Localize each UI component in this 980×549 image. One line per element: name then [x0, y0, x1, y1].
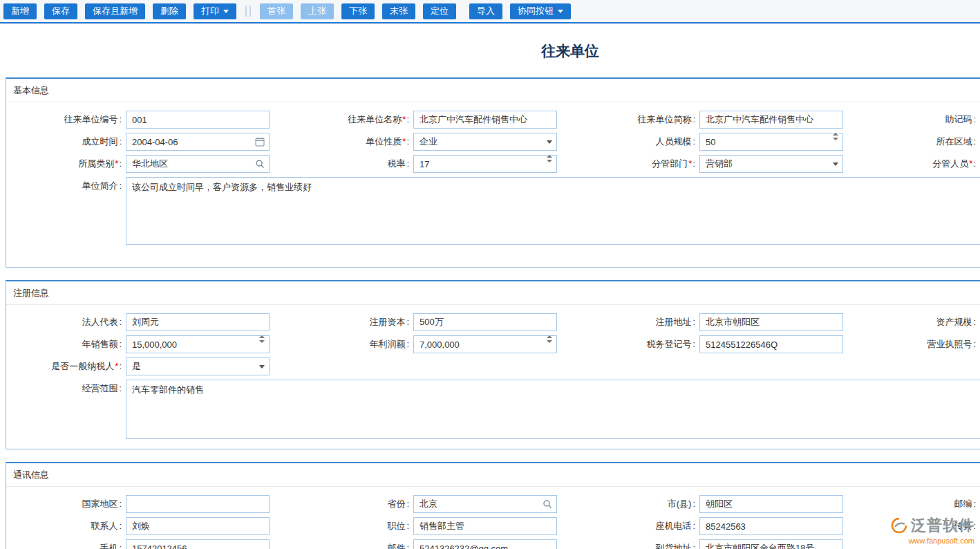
license-no-label: 营业执照号:: [843, 335, 980, 353]
legal-rep-label: 法人代表:: [6, 313, 126, 331]
landline-field: [699, 517, 843, 535]
print-button[interactable]: 打印: [194, 3, 236, 19]
section-registration-title: 注册信息: [6, 281, 980, 305]
chevron-down-icon[interactable]: [547, 133, 552, 151]
locate-button[interactable]: 定位: [423, 3, 456, 19]
landline-input[interactable]: [699, 517, 843, 535]
region-label: 所在区域:: [843, 133, 980, 151]
intro-label: 单位简介:: [6, 177, 126, 195]
first-record-label: 首张: [267, 5, 285, 17]
annual-sales-label: 年销售额:: [6, 335, 126, 353]
biz-scope-textarea[interactable]: 汽车零部件的销售: [126, 380, 980, 439]
reg-capital-input[interactable]: [413, 313, 557, 331]
legal-rep-input[interactable]: [126, 313, 270, 331]
collaboration-button[interactable]: 协同按钮: [510, 3, 571, 19]
section-basic-title: 基本信息: [6, 79, 980, 102]
chevron-down-icon[interactable]: [259, 357, 265, 375]
email-field: [413, 539, 557, 549]
position-input[interactable]: [413, 517, 557, 535]
founded-label: 成立时间:: [6, 133, 126, 151]
prev-record-button[interactable]: 上张: [301, 3, 334, 19]
tax-no-input[interactable]: [699, 335, 843, 353]
search-icon[interactable]: [255, 155, 265, 173]
delivery-addr-input[interactable]: [699, 539, 843, 549]
chevron-down-icon[interactable]: [833, 155, 838, 173]
landline-label: 座机电话:: [557, 517, 699, 535]
next-record-button[interactable]: 下张: [341, 3, 375, 19]
founded-date-input[interactable]: [126, 133, 270, 151]
import-button[interactable]: 导入: [469, 3, 502, 19]
annual-sales-stepper[interactable]: [126, 335, 270, 353]
last-record-button[interactable]: 末张: [382, 3, 415, 19]
nature-select[interactable]: [413, 133, 557, 151]
form-row: 手机: 邮件: 到货地址:: [6, 539, 980, 549]
new-button[interactable]: 新增: [3, 3, 37, 19]
staff-size-stepper[interactable]: [699, 133, 843, 151]
section-registration-body: 法人代表: 注册资本: 注册地址: 资产规模: 年销售额: 年利润额:: [6, 305, 980, 449]
section-basic-info: 基本信息 往来单位编号: 往来单位名称*: 往来单位简称: 助记码: 成立时间:: [6, 77, 980, 268]
general-taxpayer-select[interactable]: [126, 357, 270, 375]
mobile-label: 手机:: [6, 539, 126, 549]
print-button-label: 打印: [201, 5, 219, 17]
caret-down-icon: [558, 10, 563, 13]
calendar-icon[interactable]: [255, 133, 265, 151]
tax-rate-label: 税率:: [270, 155, 413, 173]
tax-rate-stepper[interactable]: [413, 155, 557, 173]
city-input[interactable]: [699, 495, 843, 513]
staff-size-field: [699, 133, 843, 151]
reg-addr-label: 注册地址:: [557, 313, 699, 331]
mobile-input[interactable]: [126, 539, 270, 549]
unit-name-input[interactable]: [413, 111, 557, 129]
email-label: 邮件:: [270, 539, 413, 549]
category-field: [126, 155, 270, 173]
nature-field: [413, 133, 557, 151]
tax-rate-field: [413, 155, 557, 173]
spinner-arrows-icon[interactable]: [259, 335, 265, 353]
email-input[interactable]: [413, 539, 557, 549]
mobile-field: [126, 539, 270, 549]
save-button[interactable]: 保存: [44, 3, 77, 19]
category-lookup-input[interactable]: [126, 155, 270, 173]
unit-short-label: 往来单位简称:: [557, 111, 699, 129]
founded-field: [126, 133, 270, 151]
asset-scale-label: 资产规模:: [843, 313, 980, 331]
category-label: 所属类别*:: [6, 155, 126, 173]
import-button-label: 导入: [477, 5, 495, 17]
country-input[interactable]: [126, 495, 270, 513]
first-record-button[interactable]: 首张: [260, 3, 293, 19]
reg-addr-field: [699, 313, 843, 331]
province-lookup-input[interactable]: [413, 495, 557, 513]
toolbar-separator: [245, 6, 251, 17]
reg-capital-label: 注册资本:: [270, 313, 413, 331]
form-content: 往来单位 基本信息 往来单位编号: 往来单位名称*: 往来单位简称: 助记码: …: [0, 24, 980, 549]
form-row: 成立时间: 单位性质*: 人员规模: 所在区域:: [6, 133, 980, 151]
save-and-new-button[interactable]: 保存且新增: [85, 3, 145, 19]
country-label: 国家地区:: [6, 495, 126, 513]
manager-label: 分管人员*:: [843, 155, 980, 173]
unit-code-input[interactable]: [126, 111, 270, 129]
spinner-arrows-icon[interactable]: [547, 335, 552, 353]
spinner-arrows-icon[interactable]: [547, 155, 552, 173]
form-row: 往来单位编号: 往来单位名称*: 往来单位简称: 助记码:: [6, 111, 980, 129]
delete-button-label: 删除: [160, 5, 178, 17]
reg-addr-input[interactable]: [699, 313, 843, 331]
contact-person-label: 联系人:: [6, 517, 126, 535]
nature-label: 单位性质*:: [270, 133, 413, 151]
mnemonic-label: 助记码:: [843, 111, 980, 129]
intro-textarea[interactable]: 该公司成立时间早，客户资源多，销售业绩好: [126, 177, 980, 245]
delivery-addr-label: 到货地址:: [557, 539, 699, 549]
delete-button[interactable]: 删除: [153, 3, 186, 19]
collaboration-button-label: 协同按钮: [518, 5, 554, 17]
province-field: [413, 495, 557, 513]
annual-sales-field: [126, 335, 270, 353]
unit-code-field: [126, 111, 270, 129]
dept-select[interactable]: [699, 155, 843, 173]
contact-person-input[interactable]: [126, 517, 270, 535]
form-row: 经营范围: 汽车零部件的销售: [6, 380, 980, 439]
unit-short-input[interactable]: [699, 111, 843, 129]
section-contact-title: 通讯信息: [6, 463, 980, 487]
search-icon[interactable]: [543, 495, 552, 513]
page-title: 往来单位: [6, 41, 980, 61]
annual-profit-stepper[interactable]: [413, 335, 557, 353]
spinner-arrows-icon[interactable]: [833, 133, 838, 151]
